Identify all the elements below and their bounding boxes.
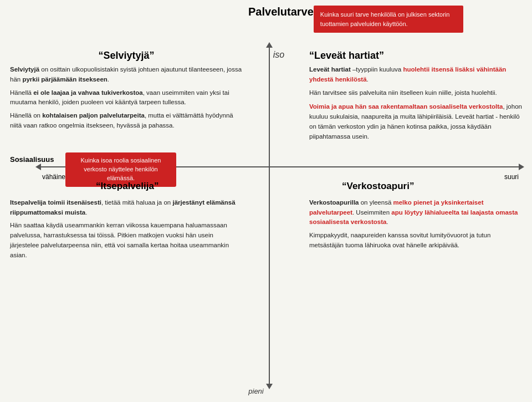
page-container: Palvelutarve Kuinka suuri tarve henkilöl… <box>0 0 532 402</box>
palvelutarve-label: Palvelutarve <box>248 6 314 18</box>
sosiaalisuus-label: Sosiaalisuus <box>10 155 54 164</box>
selviytyja-p3: Hänellä on kohtalaisen paljon palvelutar… <box>10 112 233 129</box>
verkostoapuri-title: “Verkostoapuri” <box>342 181 519 192</box>
pieni-label: pieni <box>248 387 263 395</box>
itsepalvelija-p1: Itsepalvelija toimii itsenäisesti, tietä… <box>10 199 236 216</box>
red-info-box: Kuinka suuri tarve henkilöllä on julkise… <box>314 6 463 33</box>
itsepalvelija-content: Itsepalvelija toimii itsenäisesti, tietä… <box>10 198 248 261</box>
selviytyja-content: Selviytyjä on osittain ulkopuolisistakin… <box>10 65 248 142</box>
iso-label: iso <box>273 50 284 59</box>
leveat-content: Leveät hartiat –tyyppiin kuuluva huoleht… <box>309 65 522 142</box>
verkostoapuri-content: Verkostoapurilla on yleensä melko pienet… <box>309 198 522 261</box>
leveat-hartiat-title: “Leveät hartiat” <box>309 50 522 62</box>
selviytyja-title: “Selviytyjä” <box>10 50 243 62</box>
suuri-label: suuri <box>504 173 519 181</box>
leveat-p3: Voimia ja apua hän saa rakentamaltaan so… <box>309 103 522 139</box>
verkostoapuri-p2: Kimppakyydit, naapureiden kanssa sovitut… <box>309 232 490 248</box>
leveat-p2: Hän tarvitsee siis palveluita niin itsel… <box>309 89 497 96</box>
selviytyja-p2: Hänellä ei ole laajaa ja vahvaa tukiverk… <box>10 89 229 106</box>
itsepalvelija-p2: Hän saattaa käydä useammankin kerran vii… <box>10 222 229 258</box>
itsepalvelija-title: “Itsepalvelija” <box>96 181 158 192</box>
verkostoapuri-p1: Verkostoapurilla on yleensä melko pienet… <box>309 199 518 226</box>
selviytyja-p1: Selviytyjä on osittain ulkopuolisistakin… <box>10 66 242 83</box>
vertical-axis <box>269 47 270 384</box>
leveat-p1: Leveät hartiat –tyyppiin kuuluva huoleht… <box>309 66 506 83</box>
